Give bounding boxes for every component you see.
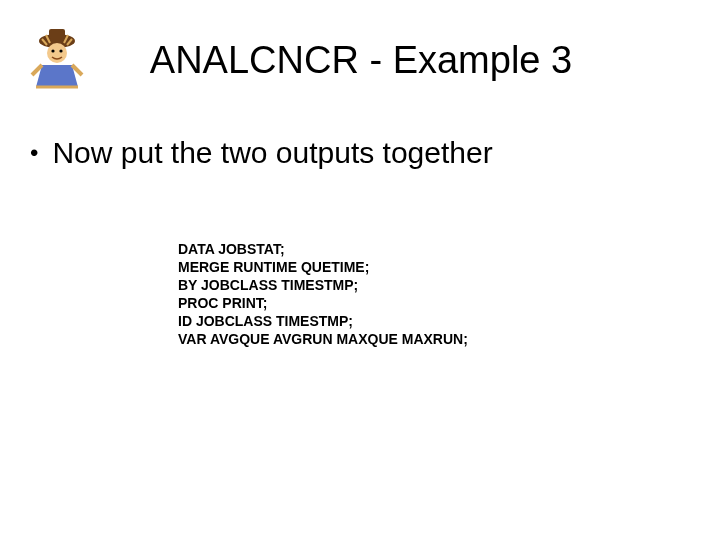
svg-point-2: [47, 43, 67, 63]
code-line: ID JOBCLASS TIMESTMP;: [178, 313, 353, 329]
bullet-text: Now put the two outputs together: [52, 135, 492, 171]
slide-title: ANALCNCR - Example 3: [92, 39, 720, 82]
svg-rect-1: [49, 29, 65, 39]
code-line: BY JOBCLASS TIMESTMP;: [178, 277, 358, 293]
slide: ANALCNCR - Example 3 • Now put the two o…: [0, 0, 720, 540]
bullet-marker-icon: •: [30, 135, 38, 171]
scarecrow-logo-icon: [22, 25, 92, 95]
code-block: DATA JOBSTAT; MERGE RUNTIME QUETIME; BY …: [178, 240, 468, 348]
code-line: DATA JOBSTAT;: [178, 241, 285, 257]
code-line: MERGE RUNTIME QUETIME;: [178, 259, 369, 275]
title-row: ANALCNCR - Example 3: [0, 20, 720, 100]
svg-point-3: [51, 49, 54, 52]
code-line: PROC PRINT;: [178, 295, 267, 311]
code-line: VAR AVGQUE AVGRUN MAXQUE MAXRUN;: [178, 331, 468, 347]
svg-point-4: [59, 49, 62, 52]
bullet-item: • Now put the two outputs together: [30, 135, 690, 171]
